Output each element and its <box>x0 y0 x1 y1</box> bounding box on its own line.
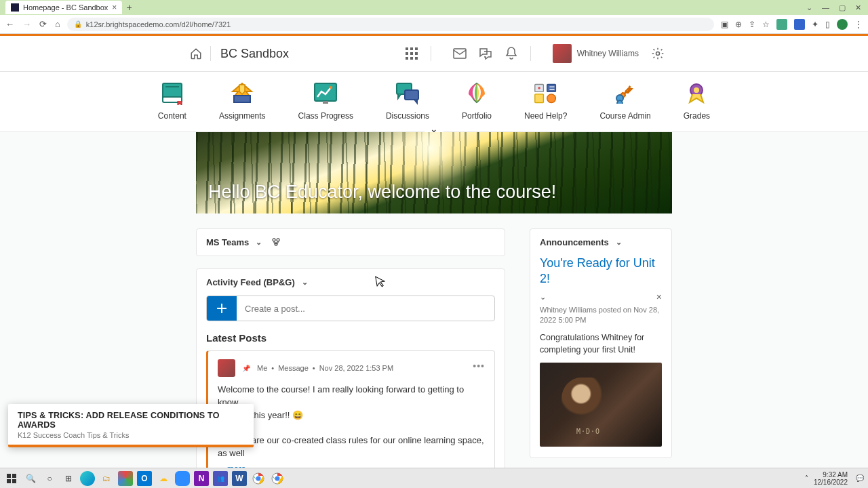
app-icon[interactable] <box>118 471 133 486</box>
teams-icon[interactable] <box>271 238 281 247</box>
explorer-icon[interactable]: 🗂 <box>99 471 114 486</box>
system-clock[interactable]: 9:32 AM 12/16/2022 <box>814 471 850 486</box>
home-icon[interactable]: ⌂ <box>55 19 60 29</box>
nav-label: Content <box>158 111 186 121</box>
leaf-icon <box>465 81 489 106</box>
search-icon[interactable]: 🔍 <box>23 471 38 486</box>
teams-icon[interactable]: 👥 <box>213 471 228 486</box>
url-text: k12sr.brightspacedemo.com/d2l/home/7321 <box>86 20 231 28</box>
share-icon[interactable]: ⇪ <box>749 20 755 29</box>
banner-greeting: Hello BC Educator, welcome to the course… <box>208 182 556 203</box>
chevron-down-icon[interactable]: ⌄ <box>540 293 546 302</box>
create-post-input[interactable]: Create a post... <box>206 296 495 321</box>
ms-teams-widget: MS Teams ⌄ <box>196 228 505 256</box>
taskbar: 🔍 ○ ⊞ 🗂 O ☁ N 👥 W ˄ 9:32 AM 12/16/2022 💬 <box>0 468 868 488</box>
nav-content[interactable]: Content <box>158 81 186 121</box>
nav-discussions[interactable]: Discussions <box>386 81 429 121</box>
clock-time: 9:32 AM <box>814 471 848 479</box>
toast-title: TIPS & TRICKS: ADD RELEASE CONDITIONS TO… <box>18 411 244 430</box>
course-title[interactable]: BC Sandbox <box>220 47 289 61</box>
panel-icon[interactable]: ▯ <box>825 20 830 29</box>
onenote-icon[interactable]: N <box>194 471 209 486</box>
nav-course-admin[interactable]: Course Admin <box>599 81 650 121</box>
forward-icon[interactable]: → <box>22 19 31 29</box>
tab-close-icon[interactable]: × <box>112 3 117 12</box>
post-text: this year!! 😄 <box>252 410 303 420</box>
home-button-icon[interactable] <box>190 47 202 60</box>
window-controls: ⌄ — ▢ ✕ <box>806 3 868 12</box>
gear-icon[interactable] <box>651 47 665 60</box>
nav-grades[interactable]: Grades <box>684 81 710 121</box>
divider <box>210 46 211 61</box>
start-icon[interactable] <box>4 471 19 486</box>
close-window-icon[interactable]: ✕ <box>855 3 861 12</box>
zoom-icon[interactable] <box>175 471 190 486</box>
reload-icon[interactable]: ⟳ <box>39 19 47 29</box>
camera-icon[interactable]: ▣ <box>721 20 728 29</box>
menu-icon[interactable]: ⋮ <box>854 20 863 29</box>
word-icon[interactable]: W <box>232 471 247 486</box>
browser-tab[interactable]: Homepage - BC Sandbox × <box>5 1 122 14</box>
cortana-icon[interactable]: ○ <box>42 471 57 486</box>
divider <box>431 46 431 61</box>
plus-icon[interactable] <box>207 296 237 321</box>
url-input[interactable]: 🔒 k12sr.brightspacedemo.com/d2l/home/732… <box>67 18 714 31</box>
tray-chevron-icon[interactable]: ˄ <box>805 474 808 482</box>
taskview-icon[interactable]: ⊞ <box>61 471 76 486</box>
nav-assignments[interactable]: Assignments <box>219 81 266 121</box>
nav-label: Class Progress <box>298 111 353 121</box>
bullet: • <box>313 364 315 372</box>
nav-class-progress[interactable]: Class Progress <box>298 81 353 121</box>
post-text: are our co-created class rules for our o… <box>218 435 484 458</box>
discussion-icon <box>395 81 420 106</box>
maximize-icon[interactable]: ▢ <box>839 3 846 12</box>
edge-icon[interactable] <box>80 471 95 486</box>
more-options-icon[interactable]: ••• <box>473 361 485 371</box>
app-grid-icon[interactable] <box>405 47 418 60</box>
chrome-icon[interactable] <box>251 471 266 486</box>
extensions-icon[interactable]: ✦ <box>812 20 818 29</box>
svg-rect-3 <box>406 52 408 55</box>
svg-point-37 <box>275 476 280 481</box>
chat-icon[interactable] <box>479 47 492 60</box>
svg-rect-0 <box>406 47 408 50</box>
announcement-heading[interactable]: You're Ready for Unit 2! <box>540 256 662 286</box>
svg-rect-14 <box>234 96 250 102</box>
outlook-icon[interactable]: O <box>137 471 152 486</box>
minimize-icon[interactable]: — <box>822 3 829 12</box>
svg-point-10 <box>656 52 660 56</box>
post-type: Message <box>278 364 309 372</box>
nav-label: Grades <box>684 111 710 121</box>
extension-icon[interactable] <box>776 19 787 30</box>
course-banner: Hello BC Educator, welcome to the course… <box>196 132 672 214</box>
chevron-down-icon[interactable]: ⌄ <box>616 238 622 247</box>
chevron-down-icon[interactable]: ⌄ <box>256 238 262 247</box>
latest-posts-heading: Latest Posts <box>206 332 495 344</box>
bell-icon[interactable] <box>505 47 518 60</box>
extension-icon[interactable] <box>794 19 805 30</box>
pin-icon[interactable]: 📌 <box>242 365 250 372</box>
close-icon[interactable]: × <box>656 291 662 302</box>
announcements-widget: Announcements ⌄ You're Ready for Unit 2!… <box>530 228 672 458</box>
notifications-icon[interactable]: 💬 <box>856 474 864 482</box>
announcement-image <box>540 363 662 447</box>
user-menu[interactable]: Whitney Williams <box>553 44 639 63</box>
nav-need-help[interactable]: Need Help? <box>524 81 567 121</box>
svg-point-27 <box>273 239 275 241</box>
help-icon <box>534 81 558 106</box>
toast-notification[interactable]: TIPS & TRICKS: ADD RELEASE CONDITIONS TO… <box>8 404 254 447</box>
weather-icon[interactable]: ☁ <box>156 471 171 486</box>
star-icon[interactable]: ☆ <box>762 20 770 29</box>
mail-icon[interactable] <box>453 47 467 60</box>
chevron-down-icon[interactable]: ⌄ <box>302 278 308 287</box>
back-icon[interactable]: ← <box>5 19 14 29</box>
topnav: BC Sandbox Whitney Williams <box>0 36 868 71</box>
toast-accent <box>8 445 254 447</box>
book-icon <box>160 81 184 106</box>
chevron-down-icon[interactable]: ⌄ <box>806 3 812 12</box>
chrome-icon[interactable] <box>270 471 285 486</box>
new-tab-button[interactable]: + <box>126 2 132 13</box>
profile-icon[interactable] <box>837 19 848 30</box>
zoom-icon[interactable]: ⊕ <box>735 20 742 29</box>
nav-portfolio[interactable]: Portfolio <box>462 81 492 121</box>
